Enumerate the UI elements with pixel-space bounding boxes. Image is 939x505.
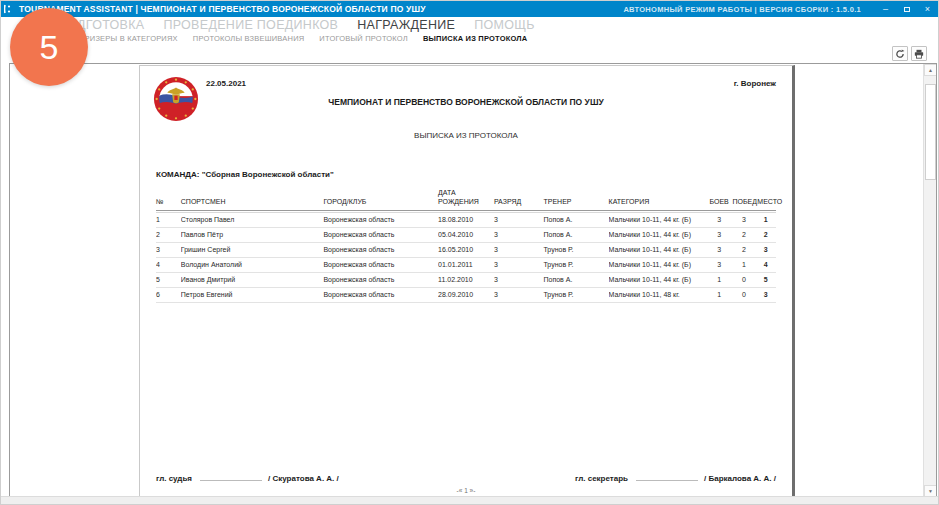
tab-itogovyj-protokol[interactable]: ИТОГОВЫЙ ПРОТОКОЛ xyxy=(319,34,408,43)
cell-coach: Попов А. xyxy=(543,228,608,243)
cell-wins: 3 xyxy=(733,213,758,228)
print-icon xyxy=(914,49,924,59)
app-window: TOURNAMENT ASSISTANT | ЧЕМПИОНАТ И ПЕРВЕ… xyxy=(0,0,939,505)
print-button[interactable] xyxy=(911,46,927,61)
col-header-number: № xyxy=(156,187,181,211)
athletes-table: № СПОРТСМЕН ГОРОД/КЛУБ ДАТА РОЖДЕНИЯ РАЗ… xyxy=(156,187,776,303)
cell-bouts: 3 xyxy=(708,258,733,273)
menu-nagrazhdenie[interactable]: НАГРАЖДЕНИЕ xyxy=(357,18,455,32)
cell-wins: 1 xyxy=(733,258,758,273)
cell-rank: 3 xyxy=(494,258,544,273)
cell-coach: Трунов Р. xyxy=(543,258,608,273)
cell-place: 5 xyxy=(757,273,776,288)
col-header-rank: РАЗРЯД xyxy=(494,187,544,211)
window-title: TOURNAMENT ASSISTANT | ЧЕМПИОНАТ И ПЕРВЕ… xyxy=(19,4,426,14)
chief-secretary-name: / Баркалова А. А. / xyxy=(704,474,776,483)
chief-secretary-label: гл. секретарь xyxy=(575,474,628,483)
cell-coach: Попов А. xyxy=(543,273,608,288)
maximize-button[interactable] xyxy=(896,1,917,17)
scroll-up-button[interactable]: ▲ xyxy=(924,64,937,76)
cell-wins: 2 xyxy=(733,228,758,243)
document-header: 22.05.2021 г. Воронеж ЧЕМПИОНАТ И ПЕРВЕН… xyxy=(156,76,776,128)
refresh-icon xyxy=(895,49,905,59)
col-header-place: МЕСТО xyxy=(757,187,776,211)
tab-vypiska-iz-protokola[interactable]: ВЫПИСКА ИЗ ПРОТОКОЛА xyxy=(423,34,527,43)
cell-birthdate: 05.04.2010 xyxy=(438,228,494,243)
table-row: 1 Столяров Павел Воронежская область 18.… xyxy=(156,213,776,228)
cell-number: 1 xyxy=(156,213,181,228)
cell-wins: 0 xyxy=(733,273,758,288)
document-subtitle: ВЫПИСКА ИЗ ПРОТОКОЛА xyxy=(156,131,776,140)
col-header-bouts: БОЕВ xyxy=(708,187,733,211)
cell-number: 3 xyxy=(156,243,181,258)
minimize-button[interactable]: – xyxy=(875,1,896,17)
cell-place: 3 xyxy=(757,288,776,303)
cell-bouts: 1 xyxy=(708,288,733,303)
chief-judge-signature: гл. судья/ Скуратова А. А. / xyxy=(156,473,339,483)
menu-pomosch[interactable]: ПОМОЩЬ xyxy=(474,18,535,32)
cell-wins: 0 xyxy=(733,288,758,303)
tab-prizery-v-kategoriyah[interactable]: ПРИЗЕРЫ В КАТЕГОРИЯХ xyxy=(79,34,178,43)
cell-wins: 2 xyxy=(733,243,758,258)
cell-number: 4 xyxy=(156,258,181,273)
cell-bouts: 3 xyxy=(708,243,733,258)
maximize-icon xyxy=(904,7,910,12)
table-row: 3 Гришин Сергей Воронежская область 16.0… xyxy=(156,243,776,258)
cell-coach: Трунов Р. xyxy=(543,288,608,303)
col-header-athlete: СПОРТСМЕН xyxy=(181,187,324,211)
cell-place: 4 xyxy=(757,258,776,273)
report-viewer: 22.05.2021 г. Воронеж ЧЕМПИОНАТ И ПЕРВЕН… xyxy=(9,63,937,498)
table-row: 6 Петров Евгений Воронежская область 28.… xyxy=(156,288,776,303)
tabbar: ОТЧЕТ ПРИЗЕРЫ В КАТЕГОРИЯХ ПРОТОКОЛЫ ВЗВ… xyxy=(1,33,938,44)
close-button[interactable]: × xyxy=(917,1,938,17)
cell-rank: 3 xyxy=(494,228,544,243)
refresh-button[interactable] xyxy=(892,46,908,61)
cell-city-club: Воронежская область xyxy=(323,228,438,243)
col-header-coach: ТРЕНЕР xyxy=(543,187,608,211)
cell-number: 2 xyxy=(156,228,181,243)
cell-athlete: Павлов Пётр xyxy=(181,228,324,243)
cell-coach: Попов А. xyxy=(543,213,608,228)
col-header-wins: ПОБЕД xyxy=(733,187,758,211)
cell-number: 5 xyxy=(156,273,181,288)
cell-category: Мальчики 10-11, 44 кг. (Б) xyxy=(609,243,708,258)
team-label: КОМАНДА: "Сборная Воронежской области" xyxy=(156,170,776,179)
cell-category: Мальчики 10-11, 44 кг. (Б) xyxy=(609,273,708,288)
menu-provedenie-poedinkov[interactable]: ПРОВЕДЕНИЕ ПОЕДИНКОВ xyxy=(163,18,338,32)
cell-place: 1 xyxy=(757,213,776,228)
cell-category: Мальчики 10-11, 44 кг. (Б) xyxy=(609,258,708,273)
cell-bouts: 1 xyxy=(708,273,733,288)
report-toolbar xyxy=(1,44,938,63)
chief-judge-label: гл. судья xyxy=(156,474,192,483)
document-page: 22.05.2021 г. Воронеж ЧЕМПИОНАТ И ПЕРВЕН… xyxy=(139,65,795,498)
cell-birthdate: 18.08.2010 xyxy=(438,213,494,228)
athletes-table-header: № СПОРТСМЕН ГОРОД/КЛУБ ДАТА РОЖДЕНИЯ РАЗ… xyxy=(156,187,776,213)
annotation-badge: 5 xyxy=(10,8,88,86)
cell-category: Мальчики 10-11, 44 кг. (Б) xyxy=(609,213,708,228)
vertical-scrollbar[interactable]: ▲ ▼ xyxy=(923,64,936,497)
col-header-birthdate: ДАТА РОЖДЕНИЯ xyxy=(438,187,494,211)
table-row: 2 Павлов Пётр Воронежская область 05.04.… xyxy=(156,228,776,243)
scrollbar-thumb[interactable] xyxy=(925,84,936,180)
cell-place: 3 xyxy=(757,243,776,258)
cell-birthdate: 01.01.2011 xyxy=(438,258,494,273)
cell-athlete: Иванов Дмитрий xyxy=(181,273,324,288)
cell-city-club: Воронежская область xyxy=(323,243,438,258)
cell-number: 6 xyxy=(156,288,181,303)
document-title: ЧЕМПИОНАТ И ПЕРВЕНСТВО ВОРОНЕЖСКОЙ ОБЛАС… xyxy=(156,97,776,107)
cell-athlete: Володин Анатолий xyxy=(181,258,324,273)
signature-blank xyxy=(200,473,262,481)
cell-athlete: Гришин Сергей xyxy=(181,243,324,258)
table-row: 5 Иванов Дмитрий Воронежская область 11.… xyxy=(156,273,776,288)
cell-city-club: Воронежская область xyxy=(323,213,438,228)
cell-place: 2 xyxy=(757,228,776,243)
cell-rank: 3 xyxy=(494,273,544,288)
chief-secretary-signature: гл. секретарь/ Баркалова А. А. / xyxy=(575,473,776,483)
app-logo-icon xyxy=(4,4,15,14)
cell-bouts: 3 xyxy=(708,213,733,228)
page-number: -« 1 »- xyxy=(156,487,776,494)
tab-protokoly-vzveshivaniya[interactable]: ПРОТОКОЛЫ ВЗВЕШИВАНИЯ xyxy=(193,34,305,43)
document-date: 22.05.2021 xyxy=(206,79,246,88)
document-city: г. Воронеж xyxy=(734,79,776,88)
cell-rank: 3 xyxy=(494,288,544,303)
